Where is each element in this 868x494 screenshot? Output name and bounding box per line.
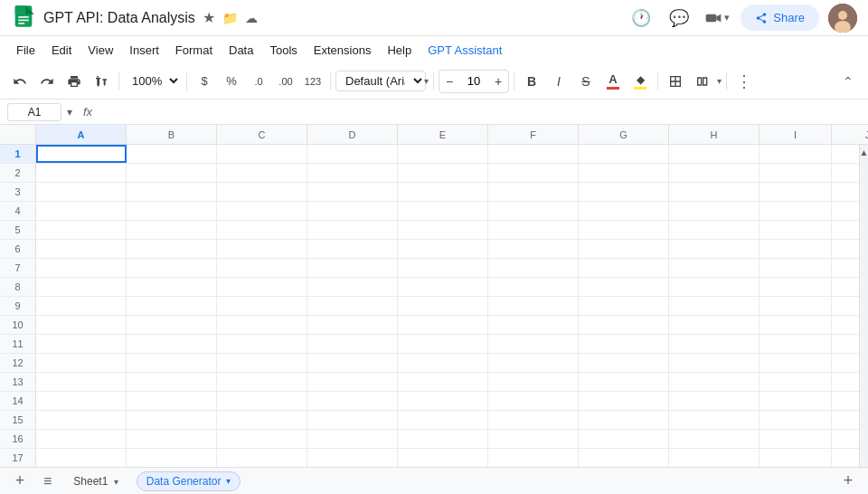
cell-h6[interactable] [669,240,760,258]
cell-a15[interactable] [36,411,127,429]
cell-d13[interactable] [307,373,398,391]
row-num-13[interactable]: 13 [0,373,36,391]
cell-e17[interactable] [398,449,488,467]
cell-c7[interactable] [217,259,307,277]
cell-f16[interactable] [488,430,579,448]
row-num-2[interactable]: 2 [0,164,36,182]
cell-d3[interactable] [307,183,398,201]
cell-e9[interactable] [398,297,488,315]
cell-f9[interactable] [488,297,579,315]
format-num-button[interactable]: 123 [300,69,326,94]
col-header-f[interactable]: F [488,125,579,144]
cell-d2[interactable] [307,164,398,182]
menu-extensions[interactable]: Extensions [307,40,379,61]
cell-g11[interactable] [579,335,669,353]
menu-format[interactable]: Format [168,40,220,61]
cell-b8[interactable] [127,278,217,296]
cell-f4[interactable] [488,202,579,220]
cell-g3[interactable] [579,183,669,201]
cell-i2[interactable] [760,164,832,182]
cell-i14[interactable] [760,392,832,410]
cell-d14[interactable] [307,392,398,410]
cell-g5[interactable] [579,221,669,239]
cell-d8[interactable] [307,278,398,296]
font-size-input[interactable] [459,74,488,88]
cell-b5[interactable] [127,221,217,239]
cell-h9[interactable] [669,297,760,315]
meet-button[interactable]: ▾ [703,4,731,33]
cell-f1[interactable] [488,145,579,163]
italic-button[interactable]: I [546,69,571,94]
cell-i11[interactable] [760,335,832,353]
row-num-8[interactable]: 8 [0,278,36,296]
cell-d17[interactable] [307,449,398,467]
font-size-decrease-button[interactable]: − [439,71,459,92]
cell-a6[interactable] [36,240,127,258]
cell-h11[interactable] [669,335,760,353]
menu-help[interactable]: Help [380,40,419,61]
cell-d6[interactable] [307,240,398,258]
row-num-14[interactable]: 14 [0,392,36,410]
cell-h7[interactable] [669,259,760,277]
cell-i1[interactable] [760,145,832,163]
user-avatar[interactable] [828,4,857,33]
row-num-9[interactable]: 9 [0,297,36,315]
cell-g15[interactable] [579,411,669,429]
cell-c3[interactable] [217,183,307,201]
cell-g16[interactable] [579,430,669,448]
cell-g14[interactable] [579,392,669,410]
cell-e5[interactable] [398,221,488,239]
cell-d4[interactable] [307,202,398,220]
cell-b14[interactable] [127,392,217,410]
share-button[interactable]: Share [741,5,819,31]
cell-e7[interactable] [398,259,488,277]
cell-i10[interactable] [760,316,832,334]
cell-a9[interactable] [36,297,127,315]
cell-f17[interactable] [488,449,579,467]
cell-c9[interactable] [217,297,307,315]
cell-b6[interactable] [127,240,217,258]
row-num-5[interactable]: 5 [0,221,36,239]
menu-data[interactable]: Data [222,40,260,61]
cell-c17[interactable] [217,449,307,467]
cell-a12[interactable] [36,354,127,372]
cell-a8[interactable] [36,278,127,296]
cell-f5[interactable] [488,221,579,239]
collapse-toolbar-button[interactable]: ⌃ [835,69,861,94]
cell-c8[interactable] [217,278,307,296]
more-toolbar-button[interactable]: ⋮ [731,69,757,94]
cell-b1[interactable] [127,145,217,163]
comment-button[interactable]: 💬 [665,4,693,33]
cloud-icon[interactable]: ☁ [245,11,258,25]
cell-d11[interactable] [307,335,398,353]
scroll-up-button[interactable]: ▲ [860,145,868,159]
cell-e15[interactable] [398,411,488,429]
cell-g10[interactable] [579,316,669,334]
cell-i3[interactable] [760,183,832,201]
cell-e13[interactable] [398,373,488,391]
data-generator-arrow[interactable]: ▾ [226,476,231,486]
cell-a1[interactable] [36,145,127,163]
font-size-increase-button[interactable]: + [488,71,508,92]
borders-button[interactable] [663,69,688,94]
cell-i17[interactable] [760,449,832,467]
cell-e8[interactable] [398,278,488,296]
text-color-button[interactable]: A [600,69,626,94]
cell-c10[interactable] [217,316,307,334]
col-header-b[interactable]: B [127,125,217,144]
sheets-menu-button[interactable]: ≡ [40,473,55,489]
cell-h2[interactable] [669,164,760,182]
cell-g13[interactable] [579,373,669,391]
cell-e10[interactable] [398,316,488,334]
cell-c2[interactable] [217,164,307,182]
add-sheet-right-button[interactable]: + [835,469,861,494]
cell-i4[interactable] [760,202,832,220]
row-num-11[interactable]: 11 [0,335,36,353]
sheet1-arrow[interactable]: ▾ [114,477,118,487]
cell-d16[interactable] [307,430,398,448]
sheet-tab-data-generator[interactable]: Data Generator ▾ [137,471,241,491]
row-num-3[interactable]: 3 [0,183,36,201]
cell-h10[interactable] [669,316,760,334]
row-num-15[interactable]: 15 [0,411,36,429]
cell-e2[interactable] [398,164,488,182]
